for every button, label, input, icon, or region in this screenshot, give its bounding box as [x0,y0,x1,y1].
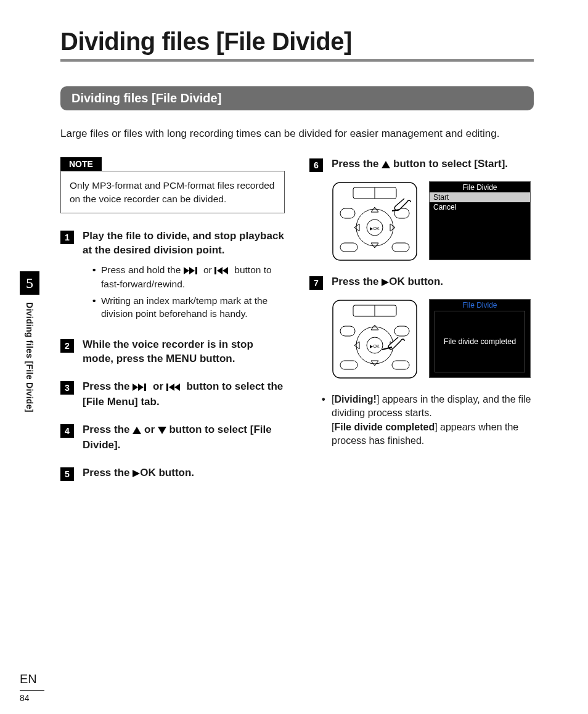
note-block: NOTE Only MP3-format and PCM-format file… [60,157,285,213]
step-number: 5 [60,467,74,481]
fast-forward-icon [184,265,201,278]
step-number: 7 [309,276,323,290]
device-diagram: ▶OK [332,181,418,261]
section-heading: Dividing files [File Divide] [60,86,534,110]
right-column: 6 Press the button to select [Start]. [309,157,534,495]
svg-rect-15 [394,326,409,336]
step-title: Play the file to divide, and stop playba… [83,229,285,258]
result-bullet: [Dividing!] appears in the display, and … [322,393,534,448]
screen-title: File Divide [430,300,530,310]
up-arrow-icon [133,424,141,438]
intro-text: Large files or files with long recording… [60,128,534,140]
svg-rect-6 [392,243,409,252]
note-text: Only MP3-format and PCM-format files rec… [60,171,285,213]
play-icon [382,276,389,290]
left-column: NOTE Only MP3-format and PCM-format file… [60,157,285,495]
language-code: EN [20,672,44,686]
svg-rect-14 [340,326,355,336]
fast-forward-icon [133,381,150,395]
result-notes: [Dividing!] appears in the display, and … [322,393,534,448]
svg-rect-16 [340,361,357,369]
step-number: 6 [309,158,323,172]
svg-rect-17 [392,361,409,369]
step-number: 1 [60,231,74,244]
svg-rect-3 [340,208,355,218]
step-number: 2 [60,339,74,353]
screen-option-selected: Start [430,192,530,202]
rewind-icon [166,381,184,395]
step-5: 5 Press the OK button. [60,466,285,482]
lcd-screen-result: File Divide File divide completed [429,299,531,378]
chapter-number: 5 [20,271,39,295]
play-icon [133,467,140,482]
svg-rect-5 [340,243,357,252]
device-diagram: ▶OK [332,299,418,379]
rewind-icon [214,265,232,278]
svg-text:▶OK: ▶OK [370,344,379,348]
up-arrow-icon [382,158,390,173]
figure-step-6: ▶OK File Divide Start [332,181,534,261]
step-4: 4 Press the or button to select [File Di… [60,423,285,453]
step-number: 4 [60,424,74,438]
step-3: 3 Press the or button to select the [Fil… [60,380,285,409]
screen-option: Cancel [430,202,530,212]
page-content: Dividing files [File Divide] Dividing fi… [0,0,588,520]
step-6: 6 Press the button to select [Start]. [309,157,534,173]
screen-message: File divide completed [435,311,525,372]
note-label: NOTE [60,157,102,171]
lcd-screen-menu: File Divide Start Cancel [429,181,531,260]
down-arrow-icon [158,424,166,438]
page-title: Dividing files [File Divide] [60,28,534,62]
figure-step-7: ▶OK File Divide File divide co [332,299,534,379]
page-footer: EN 84 [20,672,44,703]
step-1: 1 Play the file to divide, and stop play… [60,229,285,324]
step-bullet: Writing an index mark/temp mark at the d… [92,295,285,321]
step-2: 2 While the voice recorder is in stop mo… [60,338,285,366]
page-number: 84 [20,693,44,703]
step-bullet: Press and hold the or button to fast-for… [92,264,285,291]
screen-title: File Divide [430,182,530,192]
step-number: 3 [60,381,74,395]
chapter-tab: 5 Dividing files [File Divide] [20,271,39,412]
svg-text:▶OK: ▶OK [370,226,379,231]
step-7: 7 Press the OK button. [309,275,534,290]
chapter-label: Dividing files [File Divide] [25,302,35,412]
